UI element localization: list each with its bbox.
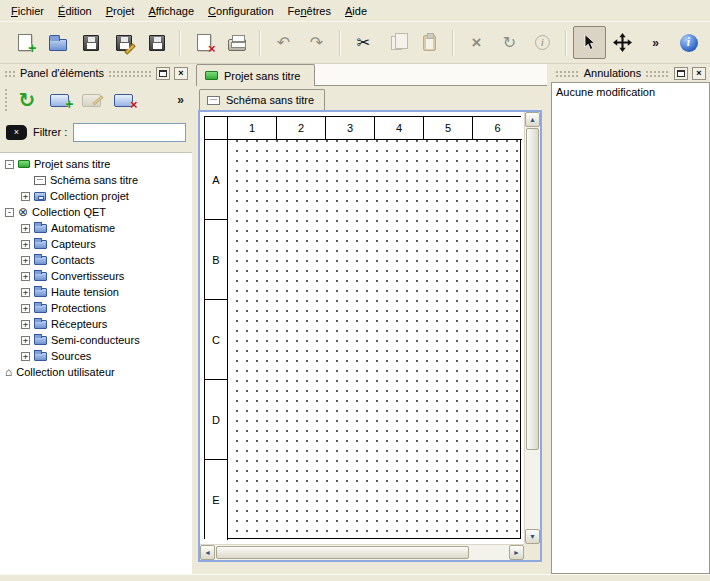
clear-filter-button[interactable]: × — [6, 125, 27, 140]
dock-grip — [645, 70, 670, 77]
tree-item-automatisme[interactable]: + Automatisme — [0, 220, 192, 236]
tree-item-label: Projet sans titre — [34, 158, 110, 170]
panel-toolbar-extension[interactable]: » — [177, 93, 184, 107]
reload-collections-button[interactable]: ↻ — [13, 86, 41, 114]
horizontal-scroll-track[interactable] — [215, 545, 509, 560]
undo-list[interactable]: Aucune modification — [551, 82, 710, 574]
toolbar-extension-button[interactable]: » — [639, 26, 672, 59]
tree-item-recepteurs[interactable]: + Récepteurs — [0, 316, 192, 332]
copy-button[interactable] — [380, 26, 413, 59]
delete-element-button[interactable]: × — [109, 86, 137, 114]
menu-fenetres[interactable]: Fenêtres — [281, 2, 338, 20]
row-header: D — [205, 380, 228, 460]
vertical-scroll-track[interactable] — [525, 127, 540, 529]
tree-item-label: Protections — [51, 302, 106, 314]
expand-icon[interactable]: + — [21, 304, 30, 313]
toolbar-grip — [4, 88, 9, 112]
rotate-button[interactable]: ↻ — [493, 26, 526, 59]
tree-item-collection-utilisateur[interactable]: ⌂ Collection utilisateur — [0, 364, 192, 380]
scroll-left-button[interactable]: ◄ — [200, 545, 215, 560]
floppy-save-icon — [83, 35, 99, 51]
menu-label: onfiguration — [216, 5, 274, 17]
expand-icon[interactable]: + — [21, 256, 30, 265]
tree-item-collection-qet[interactable]: - ⊗ Collection QET — [0, 204, 192, 220]
tree-item-convertisseurs[interactable]: + Convertisseurs — [0, 268, 192, 284]
tree-item-projet-sans-titre[interactable]: - Projet sans titre — [0, 156, 192, 172]
menu-configuration[interactable]: Configuration — [201, 2, 280, 20]
tab-schema-sans-titre[interactable]: Schéma sans titre — [199, 89, 325, 110]
expand-icon[interactable]: + — [21, 352, 30, 361]
menu-label: ffichage — [156, 5, 194, 17]
undo-panel-titlebar[interactable]: Annulations × — [551, 64, 710, 82]
save-as-button[interactable] — [107, 26, 140, 59]
menu-affichage[interactable]: Affichage — [141, 2, 201, 20]
expand-icon[interactable]: + — [21, 288, 30, 297]
open-project-button[interactable] — [41, 26, 74, 59]
tree-item-protections[interactable]: + Protections — [0, 300, 192, 316]
scroll-up-button[interactable]: ▲ — [525, 112, 540, 127]
pan-mode-button[interactable] — [606, 26, 639, 59]
expand-icon[interactable]: + — [21, 224, 30, 233]
scroll-down-button[interactable]: ▼ — [525, 529, 540, 544]
collapse-icon[interactable]: - — [5, 160, 14, 169]
diagram-sheet: 1 2 3 4 5 6 A B C D E — [204, 116, 521, 539]
paste-button[interactable] — [413, 26, 446, 59]
row-header: A — [205, 140, 228, 220]
float-panel-button[interactable] — [674, 67, 688, 80]
filter-input[interactable] — [73, 123, 186, 142]
horizontal-scrollbar[interactable]: ◄ ► — [200, 544, 524, 560]
expand-icon[interactable]: + — [21, 240, 30, 249]
edit-element-button[interactable] — [77, 86, 105, 114]
new-file-icon: + — [18, 34, 32, 51]
tree-item-semi-conducteurs[interactable]: + Semi-conducteurs — [0, 332, 192, 348]
about-qet-button[interactable]: i — [672, 26, 705, 59]
filter-label: Filtrer : — [33, 126, 67, 138]
menu-edition[interactable]: Édition — [51, 2, 99, 20]
close-panel-button[interactable]: × — [174, 67, 188, 80]
menu-projet[interactable]: Projet — [99, 2, 142, 20]
redo-button[interactable]: ↷ — [300, 26, 333, 59]
save-button[interactable] — [74, 26, 107, 59]
undo-button[interactable]: ↶ — [267, 26, 300, 59]
tree-item-sources[interactable]: + Sources — [0, 348, 192, 364]
undo-panel-title: Annulations — [584, 67, 642, 79]
cut-button[interactable]: ✂ — [347, 26, 380, 59]
expand-icon[interactable]: + — [21, 336, 30, 345]
scroll-right-button[interactable]: ► — [509, 545, 524, 560]
save-all-button[interactable] — [140, 26, 173, 59]
collapse-icon[interactable]: - — [5, 208, 14, 217]
close-file-button[interactable]: × — [187, 26, 220, 59]
diagram-canvas[interactable] — [228, 140, 521, 539]
delete-button[interactable]: × — [460, 26, 493, 59]
tab-projet-sans-titre[interactable]: Projet sans titre — [196, 64, 315, 86]
select-mode-button[interactable] — [573, 26, 606, 59]
close-panel-button[interactable]: × — [692, 67, 706, 80]
elements-panel-titlebar[interactable]: Panel d'éléments × — [0, 64, 192, 82]
home-icon: ⌂ — [5, 366, 12, 378]
float-panel-button[interactable] — [156, 67, 170, 80]
expand-icon[interactable]: + — [21, 192, 30, 201]
tree-item-collection-projet[interactable]: + Collection projet — [0, 188, 192, 204]
bottom-strip — [0, 574, 710, 581]
new-project-button[interactable]: + — [8, 26, 41, 59]
folder-icon — [34, 256, 47, 265]
element-info-button[interactable]: i — [526, 26, 559, 59]
tree-item-contacts[interactable]: + Contacts — [0, 252, 192, 268]
new-element-button[interactable]: + — [45, 86, 73, 114]
tree-item-schema-sans-titre[interactable]: Schéma sans titre — [0, 172, 192, 188]
float-icon — [677, 70, 685, 77]
print-button[interactable] — [220, 26, 253, 59]
tree-item-capteurs[interactable]: + Capteurs — [0, 236, 192, 252]
vertical-scrollbar[interactable]: ▲ ▼ — [524, 112, 540, 544]
expand-icon[interactable]: + — [21, 320, 30, 329]
main-toolbar: + × ↶ ↷ ✂ × ↻ i — [0, 22, 710, 64]
qet-collection-icon: ⊗ — [18, 206, 28, 218]
menu-aide[interactable]: Aide — [338, 2, 374, 20]
tree-item-haute-tension[interactable]: + Haute tension — [0, 284, 192, 300]
expand-icon[interactable]: + — [21, 272, 30, 281]
horizontal-scroll-thumb[interactable] — [216, 546, 469, 559]
diagram-viewport[interactable]: 1 2 3 4 5 6 A B C D E — [200, 112, 524, 544]
vertical-scroll-thumb[interactable] — [526, 128, 539, 450]
dock-grip — [555, 70, 580, 77]
menu-fichier[interactable]: Fichier — [4, 2, 51, 20]
